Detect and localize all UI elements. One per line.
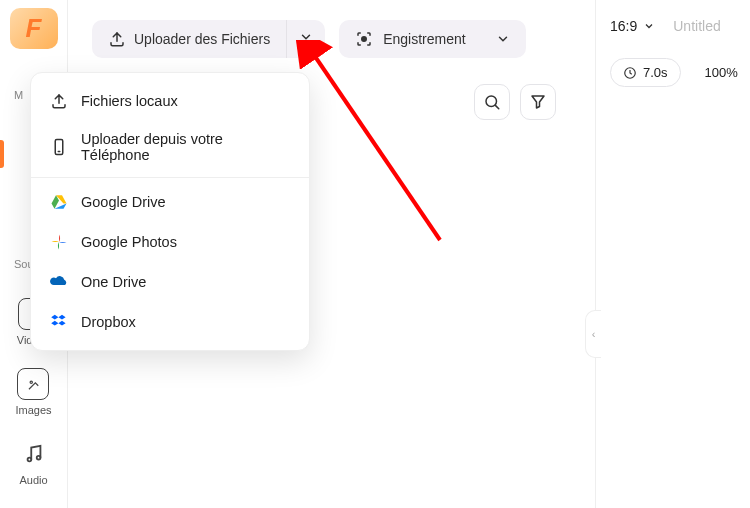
dropdown-item-gdrive[interactable]: Google Drive — [31, 182, 309, 222]
chevron-down-icon — [643, 20, 655, 32]
duration-pill[interactable]: 7.0s — [610, 58, 681, 87]
upload-button[interactable]: Uploader des Fichiers — [92, 20, 286, 58]
svg-point-2 — [27, 458, 31, 462]
upload-button-group: Uploader des Fichiers — [92, 20, 325, 58]
chevron-left-icon: ‹ — [592, 328, 596, 340]
dropdown-label: One Drive — [81, 274, 146, 290]
rail-stub-b: Sou — [0, 258, 34, 270]
dropdown-item-onedrive[interactable]: One Drive — [31, 262, 309, 302]
right-panel: 16:9 Untitled 7.0s 100% — [595, 0, 750, 508]
dropdown-item-gphotos[interactable]: Google Photos — [31, 222, 309, 262]
image-icon — [17, 368, 49, 400]
svg-line-6 — [495, 105, 498, 108]
chevron-down-icon — [496, 32, 510, 46]
sidebar-label-audio: Audio — [19, 474, 47, 486]
google-drive-icon — [49, 192, 69, 212]
top-toolbar: Uploader des Fichiers Engistrement — [68, 0, 590, 58]
aspect-value: 16:9 — [610, 18, 637, 34]
dropdown-label: Dropbox — [81, 314, 136, 330]
dropdown-label: Google Drive — [81, 194, 166, 210]
chevron-down-icon — [299, 30, 313, 44]
collapse-panel-handle[interactable]: ‹ — [585, 310, 601, 358]
dropdown-separator — [31, 177, 309, 178]
dropdown-label: Fichiers locaux — [81, 93, 178, 109]
logo-letter: F — [26, 13, 42, 44]
dropdown-label: Uploader depuis votre Téléphone — [81, 131, 291, 163]
search-icon — [483, 93, 501, 111]
google-photos-icon — [49, 232, 69, 252]
record-icon — [355, 30, 373, 48]
audio-icon — [18, 438, 50, 470]
dropbox-icon — [49, 312, 69, 332]
upload-dropdown-toggle[interactable] — [286, 20, 325, 58]
project-title[interactable]: Untitled — [673, 18, 720, 34]
dropdown-label: Google Photos — [81, 234, 177, 250]
onedrive-icon — [49, 272, 69, 292]
app-logo: F — [10, 8, 58, 49]
dropdown-item-local[interactable]: Fichiers locaux — [31, 81, 309, 121]
search-button[interactable] — [474, 84, 510, 120]
svg-point-1 — [31, 381, 33, 383]
svg-point-4 — [362, 37, 367, 42]
sidebar-item-images[interactable]: Images — [15, 368, 51, 416]
zoom-control[interactable]: 100% — [701, 59, 742, 86]
rail-stub-a: M — [0, 89, 23, 101]
filter-icon — [529, 93, 547, 111]
svg-point-3 — [36, 456, 40, 460]
dropdown-item-phone[interactable]: Uploader depuis votre Téléphone — [31, 121, 309, 173]
phone-icon — [49, 137, 69, 157]
clock-icon — [623, 66, 637, 80]
record-button[interactable]: Engistrement — [339, 20, 525, 58]
filter-button[interactable] — [520, 84, 556, 120]
upload-dropdown-menu: Fichiers locaux Uploader depuis votre Té… — [30, 72, 310, 351]
upload-label: Uploader des Fichiers — [134, 31, 270, 47]
upload-icon — [49, 91, 69, 111]
active-tab-indicator — [0, 140, 4, 168]
zoom-value: 100% — [705, 65, 738, 80]
record-label: Engistrement — [383, 31, 465, 47]
upload-icon — [108, 30, 126, 48]
dropdown-item-dropbox[interactable]: Dropbox — [31, 302, 309, 342]
sidebar-label-images: Images — [15, 404, 51, 416]
duration-value: 7.0s — [643, 65, 668, 80]
aspect-ratio-selector[interactable]: 16:9 — [610, 18, 655, 34]
svg-line-14 — [312, 52, 440, 240]
search-filter-group — [474, 84, 556, 120]
sidebar-item-audio[interactable]: Audio — [18, 438, 50, 486]
